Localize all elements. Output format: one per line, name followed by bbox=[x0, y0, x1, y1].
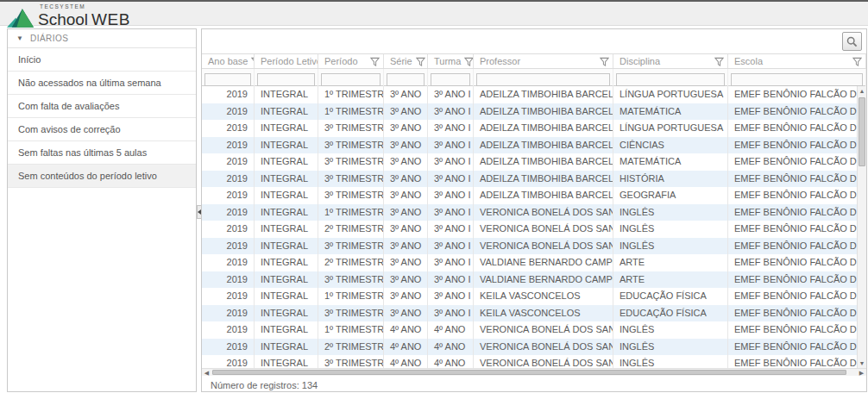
filter-input-periodo[interactable] bbox=[321, 73, 381, 86]
table-row[interactable]: 2019INTEGRAL2º TRIMESTRE4º ANO4º ANOVERO… bbox=[202, 339, 866, 356]
sidebar-item-inicio[interactable]: Início bbox=[8, 48, 196, 72]
filter-input-professor[interactable] bbox=[476, 73, 610, 86]
sidebar-item-nao-acessados-na-ultima-semana[interactable]: Não acessados na última semana bbox=[8, 72, 196, 95]
logo-triangle-icon bbox=[7, 8, 35, 28]
table-cell: 3º TRIMESTRE bbox=[318, 153, 384, 171]
table-cell: KEILA VASCONCELOS bbox=[474, 288, 613, 305]
scroll-down-icon[interactable]: ▼ bbox=[858, 359, 866, 368]
column-header-periodo[interactable]: Período bbox=[318, 54, 384, 68]
table-cell: INTEGRAL bbox=[255, 204, 318, 221]
table-row[interactable]: 2019INTEGRAL1º TRIMESTRE3º ANO3º ANO IVE… bbox=[202, 204, 866, 221]
sidebar-item-list: InícioNão acessados na última semanaCom … bbox=[8, 48, 196, 188]
table-cell: VERONICA BONELÁ DOS SANTOS bbox=[474, 321, 613, 339]
filter-funnel-icon[interactable] bbox=[714, 57, 724, 66]
vertical-scrollbar-thumb[interactable] bbox=[859, 97, 865, 166]
scroll-left-icon[interactable]: ◀ bbox=[202, 369, 211, 376]
table-body: 2019INTEGRAL1º TRIMESTRE3º ANO3º ANO IAD… bbox=[202, 86, 866, 368]
sidebar-header[interactable]: ▼ DIÁRIOS bbox=[8, 29, 196, 48]
table-cell: 2019 bbox=[202, 171, 255, 188]
column-header-disciplina[interactable]: Disciplina bbox=[613, 54, 728, 68]
filter-funnel-icon[interactable] bbox=[416, 57, 425, 66]
table-cell: EMEF BENÔNIO FALCÃO DE GOUVÊA bbox=[728, 254, 866, 271]
filter-input-escola[interactable] bbox=[731, 73, 863, 86]
column-header-turma[interactable]: Turma bbox=[428, 54, 474, 68]
table-cell: 3º ANO bbox=[384, 120, 428, 137]
table-cell: INTEGRAL bbox=[255, 187, 318, 204]
column-header-serie[interactable]: Série bbox=[384, 54, 428, 68]
table-row[interactable]: 2019INTEGRAL2º TRIMESTRE3º ANO3º ANO IVE… bbox=[202, 221, 866, 238]
filter-input-periodo-letivo[interactable] bbox=[257, 73, 315, 86]
filter-cell bbox=[474, 69, 613, 88]
table-cell: 3º ANO I bbox=[428, 137, 474, 154]
column-header-ano-base[interactable]: Ano base bbox=[202, 54, 255, 68]
column-header-label: Período bbox=[324, 56, 358, 66]
scroll-up-icon[interactable]: ▲ bbox=[858, 86, 866, 96]
table-row[interactable]: 2019INTEGRAL2º TRIMESTRE3º ANO3º ANO IVA… bbox=[202, 254, 866, 271]
filter-funnel-icon[interactable] bbox=[370, 57, 380, 66]
scroll-right-icon[interactable]: ▶ bbox=[857, 369, 866, 376]
table-cell: 1º TRIMESTRE bbox=[318, 321, 384, 339]
table-cell: INGLÊS bbox=[613, 221, 728, 238]
table-row[interactable]: 2019INTEGRAL3º TRIMESTRE3º ANO3º ANO IKE… bbox=[202, 305, 866, 322]
table-cell: EMEF BENÔNIO FALCÃO DE GOUVÊA bbox=[728, 305, 866, 322]
horizontal-scrollbar-thumb[interactable] bbox=[212, 370, 846, 375]
table-row[interactable]: 2019INTEGRAL1º TRIMESTRE3º ANO3º ANO IAD… bbox=[202, 103, 866, 121]
sidebar-item-sem-faltas-nas-ultimas-5-aulas[interactable]: Sem faltas nas últimas 5 aulas bbox=[8, 141, 196, 165]
sidebar-panel: ▼ DIÁRIOS InícioNão acessados na última … bbox=[7, 28, 197, 392]
table-cell: EMEF BENÔNIO FALCÃO DE GOUVÊA bbox=[728, 86, 866, 103]
table-cell: 4º ANO bbox=[428, 321, 474, 339]
table-cell: EMEF BENÔNIO FALCÃO DE GOUVÊA bbox=[728, 221, 866, 238]
table-row[interactable]: 2019INTEGRAL3º TRIMESTRE3º ANO3º ANO IVE… bbox=[202, 238, 866, 255]
table-cell: 3º ANO bbox=[384, 221, 428, 238]
table-row[interactable]: 2019INTEGRAL3º TRIMESTRE3º ANO3º ANO IAD… bbox=[202, 120, 866, 137]
column-header-label: Período Letivo bbox=[261, 56, 318, 66]
filter-funnel-icon[interactable] bbox=[464, 57, 474, 66]
table-cell: 3º ANO bbox=[384, 153, 428, 171]
table-cell: 3º ANO I bbox=[428, 153, 474, 171]
table-cell: 3º ANO I bbox=[428, 204, 474, 221]
table-cell: INTEGRAL bbox=[255, 355, 318, 368]
table-row[interactable]: 2019INTEGRAL1º TRIMESTRE3º ANO3º ANO IKE… bbox=[202, 288, 866, 305]
filter-input-turma[interactable] bbox=[431, 73, 470, 86]
table-cell: INTEGRAL bbox=[255, 305, 318, 322]
table-cell: 3º TRIMESTRE bbox=[318, 187, 384, 204]
column-header-professor[interactable]: Professor bbox=[474, 54, 613, 68]
table-cell: 2019 bbox=[202, 321, 255, 339]
horizontal-scrollbar[interactable]: ◀ ▶ bbox=[202, 368, 866, 376]
table-cell: ADEILZA TIMBOHIBA BARCELOS bbox=[474, 103, 613, 121]
table-row[interactable]: 2019INTEGRAL3º TRIMESTRE3º ANO3º ANO IAD… bbox=[202, 187, 866, 204]
search-button[interactable] bbox=[842, 32, 862, 51]
table-row[interactable]: 2019INTEGRAL3º TRIMESTRE4º ANO4º ANOVERO… bbox=[202, 355, 866, 368]
sidebar-item-sem-conteudos-do-periodo-letivo[interactable]: Sem conteúdos do período letivo bbox=[8, 165, 196, 188]
table-row[interactable]: 2019INTEGRAL3º TRIMESTRE3º ANO3º ANO IAD… bbox=[202, 171, 866, 188]
table-cell: 1º TRIMESTRE bbox=[318, 288, 384, 305]
table-row[interactable]: 2019INTEGRAL1º TRIMESTRE4º ANO4º ANOVERO… bbox=[202, 321, 866, 339]
table-cell: 3º ANO bbox=[384, 238, 428, 255]
table-row[interactable]: 2019INTEGRAL3º TRIMESTRE3º ANO3º ANO IAD… bbox=[202, 153, 866, 171]
app-header-bar: TECSYSTEM School WEB bbox=[0, 2, 868, 26]
filter-funnel-icon[interactable] bbox=[852, 57, 862, 66]
sidebar-item-com-falta-de-avaliacoes[interactable]: Com falta de avaliações bbox=[8, 95, 196, 118]
table-cell: ARTE bbox=[613, 254, 728, 271]
table-cell: EDUCAÇÃO FÍSICA bbox=[613, 305, 728, 322]
chevron-down-icon[interactable]: ▼ bbox=[16, 35, 23, 42]
table-cell: 3º ANO I bbox=[428, 238, 474, 255]
filter-input-serie[interactable] bbox=[387, 73, 425, 86]
filter-funnel-icon[interactable] bbox=[600, 57, 609, 66]
filter-input-ano-base[interactable] bbox=[204, 73, 251, 86]
column-header-periodo-letivo[interactable]: Período Letivo bbox=[255, 54, 318, 68]
table-row[interactable]: 2019INTEGRAL1º TRIMESTRE3º ANO3º ANO IAD… bbox=[202, 86, 866, 103]
vertical-scrollbar[interactable]: ▲ ▼ bbox=[857, 86, 866, 368]
table-cell: KEILA VASCONCELOS bbox=[474, 305, 613, 322]
table-cell: INTEGRAL bbox=[255, 86, 318, 103]
sidebar-item-com-avisos-de-correcao[interactable]: Com avisos de correção bbox=[8, 118, 196, 141]
column-header-escola[interactable]: Escola bbox=[728, 54, 866, 68]
table-cell: VERONICA BONELÁ DOS SANTOS bbox=[474, 204, 613, 221]
table-cell: 2019 bbox=[202, 221, 255, 238]
column-header-label: Escola bbox=[734, 56, 763, 66]
filter-input-disciplina[interactable] bbox=[616, 73, 725, 86]
table-row[interactable]: 2019INTEGRAL3º TRIMESTRE3º ANO3º ANO IVA… bbox=[202, 271, 866, 289]
table-row[interactable]: 2019INTEGRAL3º TRIMESTRE3º ANO3º ANO IAD… bbox=[202, 137, 866, 154]
table-cell: 3º ANO bbox=[384, 305, 428, 322]
table-cell: 3º TRIMESTRE bbox=[318, 355, 384, 368]
